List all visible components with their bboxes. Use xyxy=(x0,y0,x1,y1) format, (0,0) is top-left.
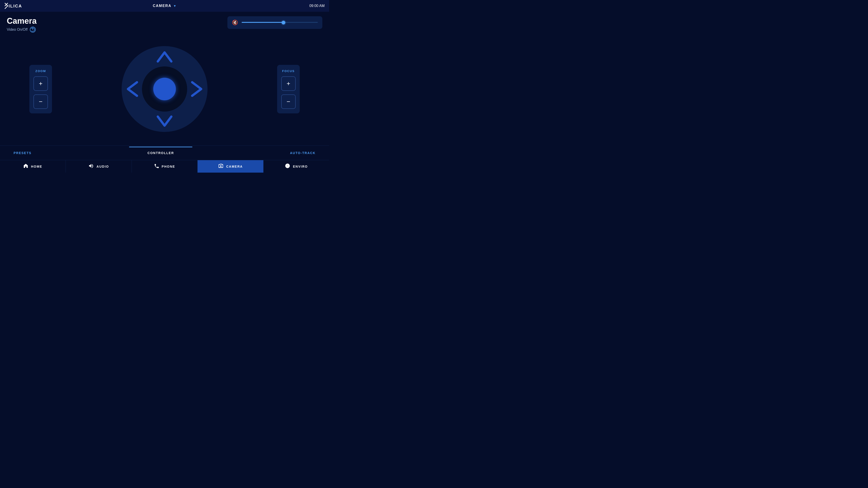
controller-area: ZOOM + − xyxy=(7,37,322,141)
camera-icon xyxy=(218,163,223,169)
dpad-right-button[interactable] xyxy=(190,80,204,98)
tab-bar: PRESETS CONTROLLER AUTO-TRACK xyxy=(0,145,329,160)
nav-enviro[interactable]: ENVIRO xyxy=(264,160,329,173)
focus-panel: FOCUS + − xyxy=(277,65,300,113)
zoom-label: ZOOM xyxy=(35,69,46,73)
nav-audio-label: AUDIO xyxy=(96,165,109,168)
dpad-down-button[interactable] xyxy=(156,114,174,128)
home-icon xyxy=(23,163,28,169)
focus-label: FOCUS xyxy=(282,69,295,73)
nav-phone[interactable]: PHONE xyxy=(132,160,197,173)
nav-camera-label: CAMERA xyxy=(226,165,243,168)
tab-presets[interactable]: PRESETS xyxy=(13,151,31,155)
mute-icon[interactable]: 🔇 xyxy=(232,20,238,26)
focus-minus-button[interactable]: − xyxy=(281,94,296,109)
audio-icon xyxy=(88,163,94,169)
nav-home-label: HOME xyxy=(31,165,42,168)
dpad-inner xyxy=(142,66,187,111)
nav-home[interactable]: HOME xyxy=(0,160,66,173)
dropdown-arrow-icon[interactable]: ▼ xyxy=(173,4,176,8)
focus-plus-button[interactable]: + xyxy=(281,76,296,91)
dpad-container xyxy=(122,46,208,132)
slider-fill xyxy=(242,22,283,23)
slider-track xyxy=(242,22,318,23)
slider-thumb[interactable] xyxy=(282,21,285,24)
svg-point-1 xyxy=(31,28,35,31)
tab-controller[interactable]: CONTROLLER xyxy=(148,151,174,155)
volume-bar: 🔇 xyxy=(227,16,322,29)
phone-icon xyxy=(154,163,159,169)
nav-camera[interactable]: CAMERA xyxy=(197,160,264,173)
logo: ILICA xyxy=(4,3,25,9)
nav-audio[interactable]: AUDIO xyxy=(66,160,131,173)
zoom-plus-button[interactable]: + xyxy=(33,76,48,91)
power-button[interactable] xyxy=(30,27,36,33)
svg-text:ILICA: ILICA xyxy=(8,4,22,8)
video-toggle-label: Video On/Off xyxy=(7,28,28,32)
header-time: 09:00 AM xyxy=(309,4,324,8)
dpad-center-button[interactable] xyxy=(153,78,176,100)
tab-autotrack[interactable]: AUTO-TRACK xyxy=(290,151,315,155)
dpad-left-button[interactable] xyxy=(126,80,139,98)
main-content: Camera Video On/Off 🔇 ZOOM + − xyxy=(0,12,329,145)
dpad-circle xyxy=(122,46,208,132)
nav-phone-label: PHONE xyxy=(162,165,175,168)
bottom-nav: HOME AUDIO PHONE CAMERA xyxy=(0,160,329,173)
header: ILICA CAMERA ▼ 09:00 AM xyxy=(0,0,329,12)
header-title: CAMERA xyxy=(153,4,171,8)
nav-enviro-label: ENVIRO xyxy=(293,165,308,168)
dpad-up-button[interactable] xyxy=(156,50,174,64)
header-center: CAMERA ▼ xyxy=(153,4,176,8)
zoom-minus-button[interactable]: − xyxy=(33,94,48,109)
zoom-panel: ZOOM + − xyxy=(29,65,52,113)
enviro-icon xyxy=(285,163,290,170)
volume-slider[interactable] xyxy=(242,22,318,23)
